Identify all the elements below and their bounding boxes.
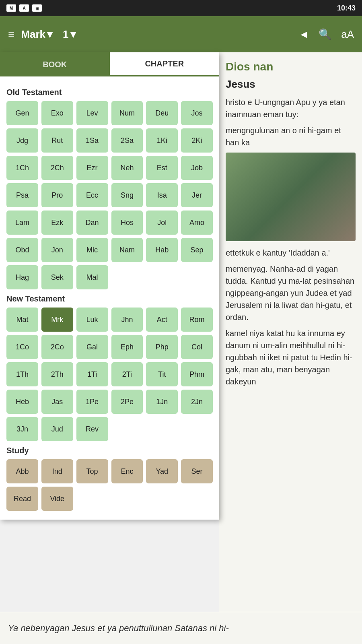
book-btn-2ti[interactable]: 2Ti — [111, 362, 143, 386]
book-btn-gal[interactable]: Gal — [76, 335, 108, 359]
book-btn-2ch[interactable]: 2Ch — [41, 156, 73, 180]
book-btn-deu[interactable]: Deu — [146, 101, 178, 125]
alert-icon: A — [19, 4, 29, 12]
book-btn-hos[interactable]: Hos — [111, 211, 143, 235]
book-btn-pro[interactable]: Pro — [41, 183, 73, 207]
book-btn-1ki[interactable]: 1Ki — [146, 128, 178, 153]
book-btn-2jn[interactable]: 2Jn — [181, 390, 213, 414]
tab-chapter[interactable]: CHAPTER — [110, 52, 220, 76]
book-btn-1co[interactable]: 1Co — [6, 335, 38, 359]
book-btn-jhn[interactable]: Jhn — [111, 308, 143, 332]
book-btn-mic[interactable]: Mic — [76, 238, 108, 262]
book-btn-lam[interactable]: Lam — [6, 211, 38, 235]
mail-icon: M — [6, 4, 16, 12]
book-btn-rom[interactable]: Rom — [181, 308, 213, 332]
book-btn-jas[interactable]: Jas — [41, 390, 73, 414]
study-label: Study — [6, 446, 213, 455]
book-btn-3jn[interactable]: 3Jn — [6, 417, 38, 441]
book-btn-1ti[interactable]: 1Ti — [76, 362, 108, 386]
book-btn-ezr[interactable]: Ezr — [76, 156, 108, 180]
menu-button[interactable]: ≡ — [8, 28, 14, 41]
book-btn-jol[interactable]: Jol — [146, 211, 178, 235]
status-time: 10:43 — [337, 4, 356, 12]
book-btn-tit[interactable]: Tit — [146, 362, 178, 386]
book-btn-mrk[interactable]: Mrk — [41, 308, 73, 332]
book-btn-1sa[interactable]: 1Sa — [76, 128, 108, 153]
book-btn-1th[interactable]: 1Th — [6, 362, 38, 386]
book-btn-nam[interactable]: Nam — [111, 238, 143, 262]
bible-image — [226, 153, 356, 241]
book-btn-rev[interactable]: Rev — [76, 417, 108, 441]
study-btn-top[interactable]: Top — [76, 459, 108, 483]
book-btn-gen[interactable]: Gen — [6, 101, 38, 125]
font-button[interactable]: aA — [341, 28, 354, 41]
book-btn-exo[interactable]: Exo — [41, 101, 73, 125]
book-btn-2th[interactable]: 2Th — [41, 362, 73, 386]
book-btn-2co[interactable]: 2Co — [41, 335, 73, 359]
book-btn-psa[interactable]: Psa — [6, 183, 38, 207]
book-btn-jdg[interactable]: Jdg — [6, 128, 38, 153]
study-btn-ind[interactable]: Ind — [41, 459, 73, 483]
book-btn-1pe[interactable]: 1Pe — [76, 390, 108, 414]
tab-row: BOOK CHAPTER — [0, 52, 219, 76]
book-btn-isa[interactable]: Isa — [146, 183, 178, 207]
book-btn-1ch[interactable]: 1Ch — [6, 156, 38, 180]
tab-book[interactable]: BOOK — [0, 52, 110, 76]
book-btn-amo[interactable]: Amo — [181, 211, 213, 235]
book-btn-jos[interactable]: Jos — [181, 101, 213, 125]
status-bar: M A ▣ 10:43 — [0, 0, 362, 16]
back-button[interactable]: ◄ — [298, 28, 309, 41]
book-btn-2ki[interactable]: 2Ki — [181, 128, 213, 153]
book-btn-act[interactable]: Act — [146, 308, 178, 332]
toolbar: ≡ Mark ▾ 1 ▾ ◄ 🔍 aA — [0, 16, 362, 52]
image-icon: ▣ — [32, 4, 42, 12]
study-btn-enc[interactable]: Enc — [111, 459, 143, 483]
book-btn-php[interactable]: Php — [146, 335, 178, 359]
book-btn-est[interactable]: Est — [146, 156, 178, 180]
study-btn-vide[interactable]: Vide — [41, 487, 73, 511]
book-btn-sep[interactable]: Sep — [181, 238, 213, 262]
book-btn-heb[interactable]: Heb — [6, 390, 38, 414]
search-button[interactable]: 🔍 — [319, 28, 331, 41]
bible-title: Dios nan — [226, 60, 356, 73]
book-btn-2sa[interactable]: 2Sa — [111, 128, 143, 153]
book-btn-neh[interactable]: Neh — [111, 156, 143, 180]
book-btn-mat[interactable]: Mat — [6, 308, 38, 332]
old-testament-label: Old Testament — [6, 88, 213, 97]
book-selector[interactable]: Mark ▾ — [21, 28, 52, 41]
book-btn-rut[interactable]: Rut — [41, 128, 73, 153]
study-btn-read[interactable]: Read — [6, 487, 38, 511]
book-btn-eph[interactable]: Eph — [111, 335, 143, 359]
study-btn-abb[interactable]: Abb — [6, 459, 38, 483]
book-btn-ecc[interactable]: Ecc — [76, 183, 108, 207]
book-btn-phm[interactable]: Phm — [181, 362, 213, 386]
book-btn-job[interactable]: Job — [181, 156, 213, 180]
book-btn-lev[interactable]: Lev — [76, 101, 108, 125]
book-btn-obd[interactable]: Obd — [6, 238, 38, 262]
book-btn-jer[interactable]: Jer — [181, 183, 213, 207]
dropdown-panel: BOOK CHAPTER Old Testament GenExoLevNumD… — [0, 52, 219, 520]
bible-paragraph-1: hristo e U-ungngan Apu y ya etan inamnua… — [226, 96, 356, 120]
study-btn-yad[interactable]: Yad — [146, 459, 178, 483]
book-btn-mal[interactable]: Mal — [76, 265, 108, 289]
book-btn-sek[interactable]: Sek — [41, 265, 73, 289]
book-btn-jon[interactable]: Jon — [41, 238, 73, 262]
chapter-selector[interactable]: 1 ▾ — [63, 28, 75, 41]
book-btn-sng[interactable]: Sng — [111, 183, 143, 207]
book-btn-ezk[interactable]: Ezk — [41, 211, 73, 235]
book-btn-num[interactable]: Num — [111, 101, 143, 125]
book-btn-col[interactable]: Col — [181, 335, 213, 359]
book-btn-hab[interactable]: Hab — [146, 238, 178, 262]
book-btn-1jn[interactable]: 1Jn — [146, 390, 178, 414]
book-btn-2pe[interactable]: 2Pe — [111, 390, 143, 414]
book-btn-luk[interactable]: Luk — [76, 308, 108, 332]
chapter-drop-icon: ▾ — [70, 28, 76, 41]
panel-content: Old Testament GenExoLevNumDeuJosJdgRut1S… — [0, 76, 219, 520]
book-btn-hag[interactable]: Hag — [6, 265, 38, 289]
book-btn-dan[interactable]: Dan — [76, 211, 108, 235]
chapter-number: 1 — [63, 28, 68, 41]
bible-paragraph-2: mengngulunan an o ni hi-gam et han ka — [226, 124, 356, 149]
bible-paragraph-3: ettetkuk e kantuy 'Idaddan a.' — [226, 247, 356, 259]
book-btn-jud[interactable]: Jud — [41, 417, 73, 441]
study-btn-ser[interactable]: Ser — [181, 459, 213, 483]
